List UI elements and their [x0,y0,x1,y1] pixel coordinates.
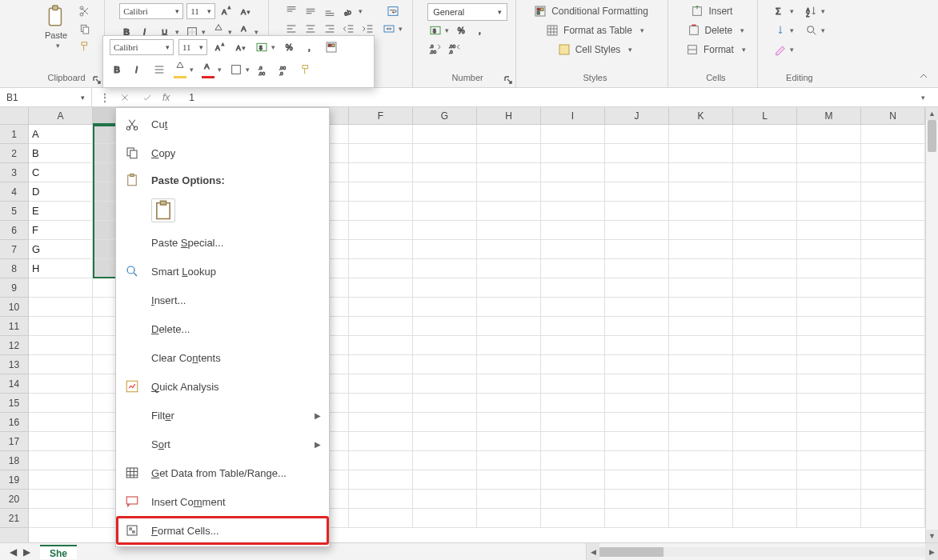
cell[interactable]: B [29,144,93,163]
cell-styles-button[interactable]: Cell Styles▾ [531,42,659,58]
cell[interactable] [733,432,797,451]
cell[interactable] [733,413,797,432]
row-header[interactable]: 17 [0,432,28,451]
cell[interactable] [541,509,605,528]
cell[interactable] [861,259,925,278]
cell[interactable] [349,182,413,202]
mini-dec-dec[interactable]: .00.0 [277,62,293,78]
cell[interactable] [797,374,861,394]
cell[interactable] [861,413,925,432]
cell[interactable] [605,125,669,144]
cell[interactable] [797,278,861,298]
cell[interactable] [669,394,733,413]
sheet-nav-prev[interactable]: ◀ [8,545,18,559]
cell[interactable] [477,259,541,278]
cell[interactable] [669,490,733,509]
cm-filter[interactable]: Filter ▶ [116,401,329,430]
cell[interactable] [541,144,605,163]
cell[interactable] [477,125,541,144]
row-header[interactable]: 18 [0,451,28,470]
paste-button[interactable]: Paste ▾ [40,3,72,51]
cell[interactable] [541,432,605,451]
mini-conditional-icon[interactable] [323,39,339,55]
formula-value[interactable]: 1 [189,92,194,103]
cell[interactable] [477,317,541,336]
cell[interactable] [29,470,93,490]
cell[interactable] [861,125,925,144]
autosum-button[interactable]: Σ▾ [772,3,796,19]
merge-center[interactable]: ▾ [381,21,404,37]
cell[interactable] [861,374,925,394]
cell[interactable] [733,374,797,394]
cell[interactable] [413,432,477,451]
row-header[interactable]: 19 [0,470,28,490]
cell[interactable] [349,317,413,336]
cell[interactable] [605,490,669,509]
cell[interactable] [541,470,605,490]
cell[interactable] [605,259,669,278]
mini-accounting[interactable]: $▾ [254,39,277,55]
cm-quick-analysis[interactable]: Quick Analysis [116,372,329,401]
more-icon[interactable]: ⋮ [100,92,110,103]
cell[interactable] [349,336,413,355]
cell[interactable] [733,394,797,413]
comma-format[interactable]: , [473,22,489,38]
cell[interactable] [797,144,861,163]
cell[interactable] [669,182,733,202]
cell[interactable] [29,451,93,470]
cell[interactable] [669,221,733,240]
cell[interactable] [733,355,797,374]
number-format-select[interactable]: General▾ [427,3,507,21]
cell[interactable] [349,240,413,259]
cm-insert-comment[interactable]: Insert Comment [116,487,329,516]
cell[interactable] [861,432,925,451]
format-painter-button[interactable] [77,38,93,54]
cell[interactable] [733,182,797,202]
cell[interactable] [413,470,477,490]
scroll-right-arrow[interactable]: ▶ [925,543,938,560]
cell[interactable] [541,413,605,432]
row-header[interactable]: 21 [0,509,28,528]
column-header[interactable]: N [861,107,925,125]
row-header[interactable]: 13 [0,355,28,374]
row-header[interactable]: 11 [0,317,28,336]
cell[interactable] [29,413,93,432]
cell[interactable] [669,355,733,374]
cell[interactable] [669,451,733,470]
cell[interactable] [797,125,861,144]
cell[interactable]: H [29,259,93,278]
cell[interactable] [413,317,477,336]
cm-copy[interactable]: Copy [116,138,329,167]
cell[interactable] [669,144,733,163]
column-header[interactable]: H [477,107,541,125]
cell[interactable] [477,144,541,163]
cell[interactable] [861,317,925,336]
cell[interactable] [541,125,605,144]
cell[interactable] [861,298,925,317]
cell[interactable] [797,355,861,374]
cell[interactable] [861,202,925,221]
cm-get-data[interactable]: Get Data from Table/Range... [116,458,329,487]
cut-button[interactable] [77,3,93,19]
cell[interactable] [349,125,413,144]
cell[interactable] [349,163,413,182]
row-header[interactable]: 2 [0,144,28,163]
cell[interactable] [861,355,925,374]
column-header[interactable]: F [349,107,413,125]
row-header[interactable]: 1 [0,125,28,144]
row-header[interactable]: 9 [0,278,28,298]
cell[interactable] [477,374,541,394]
mini-font-color[interactable]: A▾ [200,58,223,80]
cell[interactable] [477,432,541,451]
cell[interactable] [733,202,797,221]
cell[interactable] [413,374,477,394]
align-top[interactable] [283,3,299,19]
cell[interactable] [349,432,413,451]
cell[interactable] [861,394,925,413]
name-box[interactable]: B1 ▾ [0,88,92,106]
cell[interactable] [669,163,733,182]
wrap-text[interactable] [381,3,404,19]
cell[interactable] [669,509,733,528]
cm-sort[interactable]: Sort ▶ [116,430,329,458]
cell[interactable] [861,144,925,163]
